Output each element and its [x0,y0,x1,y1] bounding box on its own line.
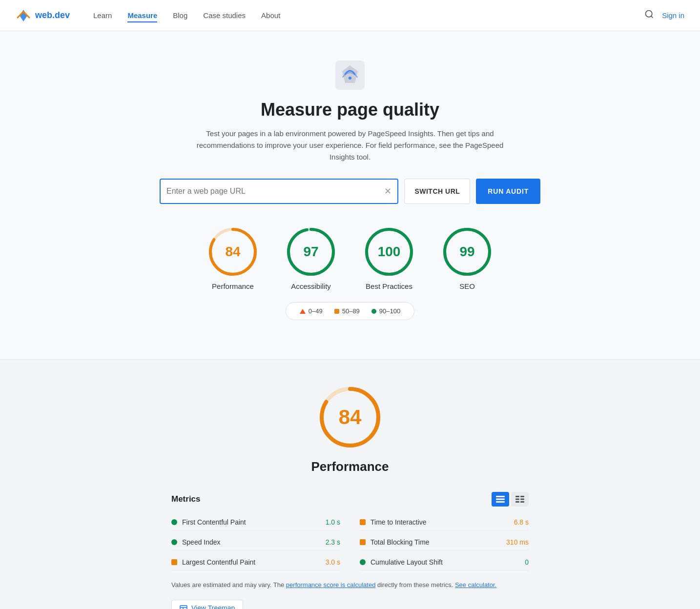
nav-learn[interactable]: Learn [93,11,112,20]
svg-point-4 [349,77,351,80]
nav-links: Learn Measure Blog Case studies About [93,11,280,20]
search-icon[interactable] [644,9,654,21]
sign-in-button[interactable]: Sign in [662,11,684,20]
score-item-best-practices: 100 Best Practices [365,227,413,290]
big-performance-circle: 84 [316,383,384,451]
view-treemap-button[interactable]: View Treemap [171,600,243,609]
navbar: web.dev Learn Measure Blog Case studies … [0,0,700,31]
cls-value: 0 [525,558,529,566]
score-label-0: Performance [212,282,254,290]
score-label-3: SEO [459,282,475,290]
metrics-header: Metrics [171,492,529,507]
score-item-seo: 99 SEO [443,227,492,290]
svg-rect-20 [515,499,519,500]
nav-measure[interactable]: Measure [127,11,157,22]
performance-title: Performance [311,459,389,474]
lcp-indicator [171,559,177,565]
tbt-indicator [360,539,366,545]
perf-score-link[interactable]: performance score is calculated [286,581,376,589]
score-number-0: 84 [225,244,240,260]
lcp-label: Largest Contentful Paint [182,558,321,566]
hero-logo [335,61,365,90]
view-toggle [492,492,529,507]
score-label-1: Accessibility [291,282,331,290]
logo-text: web.dev [35,10,70,20]
svg-point-1 [646,11,652,17]
svg-rect-23 [520,501,524,503]
big-score-number: 84 [339,406,362,429]
cls-label: Cumulative Layout Shift [371,558,520,566]
metrics-wrap: Metrics [160,492,540,609]
hero-section: Measure page quality Test your pages in … [0,31,700,359]
run-audit-button[interactable]: RUN AUDIT [476,179,540,204]
see-calculator-link[interactable]: See calculator. [455,581,496,589]
footnote: Values are estimated and may vary. The p… [171,580,529,590]
hero-title: Measure page quality [10,100,690,120]
switch-url-button[interactable]: SWITCH URL [404,179,470,204]
score-circle-1: 97 [287,227,335,276]
score-label-2: Best Practices [366,282,412,290]
si-value: 2.3 s [326,538,340,546]
metric-row-fcp: First Contentful Paint 1.0 s [171,514,340,530]
score-circle-3: 99 [443,227,492,276]
nav-right: Sign in [644,9,684,21]
view-treemap-label: View Treemap [191,604,235,609]
toggle-compact-view[interactable] [511,492,529,507]
performance-score-area: 84 Performance [0,383,700,474]
legend-item-0-49: 0–49 [300,307,323,315]
svg-rect-19 [520,496,524,497]
logo[interactable]: web.dev [16,8,70,23]
fcp-indicator [171,519,177,525]
tbt-value: 310 ms [506,538,529,546]
svg-rect-15 [496,496,505,497]
scores-section: 84 Performance 97 Accessibility 100 Best [10,227,690,340]
svg-rect-16 [496,499,505,500]
tti-label: Time to Interactive [371,518,509,526]
url-clear-button[interactable]: ✕ [384,187,391,196]
score-item-performance: 84 Performance [208,227,257,290]
url-area: ✕ SWITCH URL RUN AUDIT [160,179,540,204]
svg-rect-22 [515,501,519,503]
metric-row-cls: Cumulative Layout Shift 0 [360,554,529,570]
cls-indicator [360,559,366,565]
si-indicator [171,539,177,545]
score-number-2: 100 [378,244,401,260]
nav-about[interactable]: About [261,11,280,20]
score-circle-0: 84 [208,227,257,276]
performance-section: 84 Performance Metrics [0,360,700,609]
svg-line-2 [651,16,653,18]
scores-grid: 84 Performance 97 Accessibility 100 Best [10,227,690,290]
svg-rect-21 [520,499,524,500]
score-number-1: 97 [303,244,318,260]
legend-item-50-89: 50–89 [334,307,360,315]
score-item-accessibility: 97 Accessibility [287,227,335,290]
hero-description: Test your pages in a lab environment pow… [189,128,511,163]
tbt-label: Total Blocking Time [371,538,501,546]
metrics-title: Metrics [171,494,201,504]
url-input[interactable] [166,187,384,196]
tti-indicator [360,519,366,525]
metrics-grid: First Contentful Paint 1.0 s Time to Int… [171,514,529,570]
legend: 0–49 50–89 90–100 [286,302,414,320]
svg-rect-17 [496,501,505,503]
score-circle-2: 100 [365,227,413,276]
svg-rect-18 [515,496,519,497]
nav-case-studies[interactable]: Case studies [203,11,246,20]
metric-row-si: Speed Index 2.3 s [171,534,340,550]
metric-row-tti: Time to Interactive 6.8 s [360,514,529,530]
url-input-wrap: ✕ [160,179,398,204]
si-label: Speed Index [182,538,321,546]
legend-item-90-100: 90–100 [371,307,400,315]
fcp-value: 1.0 s [326,518,340,526]
metric-row-lcp: Largest Contentful Paint 3.0 s [171,554,340,570]
lcp-value: 3.0 s [326,558,340,566]
nav-blog[interactable]: Blog [173,11,187,20]
fcp-label: First Contentful Paint [182,518,321,526]
metric-row-tbt: Total Blocking Time 310 ms [360,534,529,550]
score-number-3: 99 [459,244,474,260]
tti-value: 6.8 s [514,518,529,526]
toggle-expanded-view[interactable] [492,492,509,507]
